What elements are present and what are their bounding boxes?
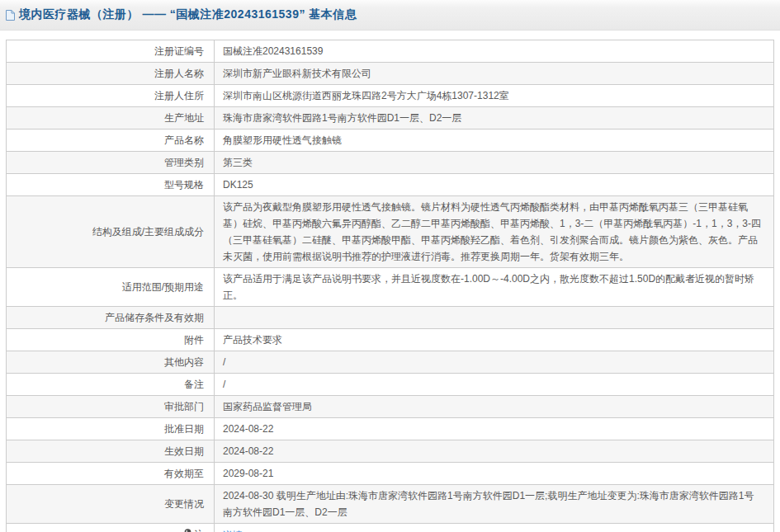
row-value: 2029-08-21 [215,463,774,485]
row-value: 深圳市南山区桃源街道西丽龙珠四路2号方大广场4栋1307-1312室 [215,85,774,107]
row-label: 注册证编号 [7,40,215,63]
row-value: 深圳市新产业眼科新技术有限公司 [215,63,774,85]
row-value [215,307,774,329]
registration-info-table: 注册证编号国械注准20243161539注册人名称深圳市新产业眼科新技术有限公司… [6,40,774,532]
table-row: 批准日期2024-08-22 [7,418,774,440]
row-value: 2024-08-22 [215,440,774,463]
table-row: 生产地址珠海市唐家湾软件园路1号南方软件园D1一层、D2一层 [7,107,774,129]
row-value: 国械注准20243161539 [215,40,774,63]
row-label-text: 适用范围/预期用途 [122,281,204,293]
row-label-text: 批准日期 [164,423,204,435]
row-value: / [215,374,774,396]
row-label-text: 其他内容 [164,356,204,368]
row-label: 批准日期 [7,418,215,440]
row-label: 产品名称 [7,129,215,152]
document-icon [5,9,16,21]
table-row: 其他内容/ [7,351,774,374]
row-label: 管理类别 [7,152,215,174]
table-row: 审批部门国家药品监督管理局 [7,396,774,418]
table-row: 注册人住所深圳市南山区桃源街道西丽龙珠四路2号方大广场4栋1307-1312室 [7,85,774,107]
table-row: 变更情况2024-08-30 载明生产地址由:珠海市唐家湾软件园路1号南方软件园… [7,485,774,524]
row-value: / [215,351,774,374]
table-row: 产品储存条件及有效期 [7,307,774,329]
row-label: 产品储存条件及有效期 [7,307,215,329]
row-label-text: 审批部门 [164,401,204,412]
row-value: DK125 [215,174,774,196]
row-label: 适用范围/预期用途 [7,268,215,307]
table-row: 适用范围/预期用途该产品适用于满足该产品说明书要求，并且近视度数在-1.00D～… [7,268,774,307]
row-value: 产品技术要求 [215,329,774,351]
row-label: 注册人名称 [7,63,215,85]
row-label: 结构及组成/主要组成成分 [7,196,215,268]
table-row: 产品名称角膜塑形用硬性透气接触镜 [7,129,774,152]
row-label-text: 生产地址 [164,112,204,124]
row-label: 附件 [7,329,215,351]
row-label: 其他内容 [7,351,215,374]
bulb-icon [184,528,191,532]
row-label: 型号规格 [7,174,215,196]
table-row: 结构及组成/主要组成成分该产品为夜戴型角膜塑形用硬性透气接触镜。镜片材料为硬性透… [7,196,774,268]
page-title: 境内医疗器械（注册） —— “国械注准20243161539” 基本信息 [19,7,357,22]
row-label: 生产地址 [7,107,215,129]
table-row: 有效期至2029-08-21 [7,463,774,485]
row-label-text: 结构及组成/主要组成成分 [92,226,204,238]
table-row: 注册人名称深圳市新产业眼科新技术有限公司 [7,63,774,85]
row-label-text: 管理类别 [164,157,204,168]
row-label-text: 型号规格 [164,179,204,191]
row-value: 详情 [215,524,774,532]
row-label: 生效日期 [7,440,215,463]
row-label-text: 变更情况 [164,498,204,510]
table-row: 备注/ [7,374,774,396]
table-row: 附件产品技术要求 [7,329,774,351]
row-value: 国家药品监督管理局 [215,396,774,418]
table-row: 生效日期2024-08-22 [7,440,774,463]
row-value: 第三类 [215,152,774,174]
table-row: 注册证编号国械注准20243161539 [7,40,774,63]
row-value: 珠海市唐家湾软件园路1号南方软件园D1一层、D2一层 [215,107,774,129]
row-value: 角膜塑形用硬性透气接触镜 [215,129,774,152]
row-label: 注册人住所 [7,85,215,107]
row-label-text: 产品储存条件及有效期 [105,312,204,323]
table-row: 管理类别第三类 [7,152,774,174]
row-value: 2024-08-30 载明生产地址由:珠海市唐家湾软件园路1号南方软件园D1一层… [215,485,774,524]
row-label: 备注 [7,374,215,396]
row-label-text: 注册证编号 [154,45,204,57]
table-row: 型号规格DK125 [7,174,774,196]
row-label: 审批部门 [7,396,215,418]
row-label-text: 产品名称 [164,134,204,146]
row-label-text: 有效期至 [164,468,204,479]
row-label: 有效期至 [7,463,215,485]
row-label: 注 [7,524,215,532]
row-label-text: 生效日期 [164,445,204,457]
row-value: 该产品为夜戴型角膜塑形用硬性透气接触镜。镜片材料为硬性透气丙烯酸酯类材料，由甲基… [215,196,774,268]
table-row: 注详情 [7,524,774,532]
row-label-text: 备注 [184,379,204,390]
row-label-text: 注册人名称 [154,68,204,79]
row-label-text: 附件 [184,334,204,346]
row-value: 该产品适用于满足该产品说明书要求，并且近视度数在-1.00D～-4.00D之内，… [215,268,774,307]
row-label-text: 注册人住所 [154,90,204,101]
row-value: 2024-08-22 [215,418,774,440]
row-label-text: 注 [194,529,204,532]
page-header: 境内医疗器械（注册） —— “国械注准20243161539” 基本信息 [0,0,780,31]
row-label: 变更情况 [7,485,215,524]
